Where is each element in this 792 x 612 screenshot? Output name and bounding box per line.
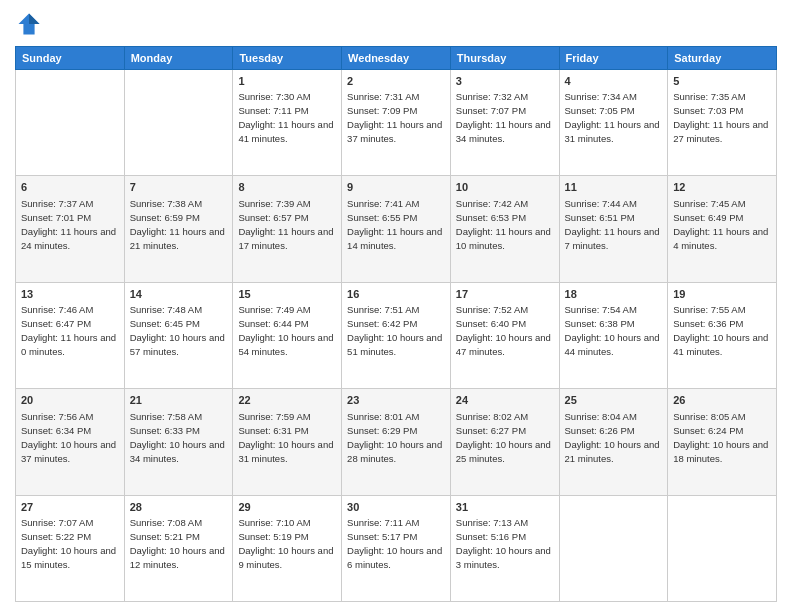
calendar-cell: 7Sunrise: 7:38 AM Sunset: 6:59 PM Daylig… xyxy=(124,176,233,282)
weekday-tuesday: Tuesday xyxy=(233,47,342,70)
day-info: Sunrise: 7:30 AM Sunset: 7:11 PM Dayligh… xyxy=(238,91,333,144)
calendar-cell: 1Sunrise: 7:30 AM Sunset: 7:11 PM Daylig… xyxy=(233,70,342,176)
day-number: 16 xyxy=(347,287,445,302)
calendar-table: SundayMondayTuesdayWednesdayThursdayFrid… xyxy=(15,46,777,602)
calendar-cell xyxy=(668,495,777,601)
day-number: 29 xyxy=(238,500,336,515)
day-number: 12 xyxy=(673,180,771,195)
day-info: Sunrise: 7:55 AM Sunset: 6:36 PM Dayligh… xyxy=(673,304,768,357)
calendar-week-1: 1Sunrise: 7:30 AM Sunset: 7:11 PM Daylig… xyxy=(16,70,777,176)
day-info: Sunrise: 7:41 AM Sunset: 6:55 PM Dayligh… xyxy=(347,198,442,251)
day-info: Sunrise: 7:56 AM Sunset: 6:34 PM Dayligh… xyxy=(21,411,116,464)
calendar-cell: 5Sunrise: 7:35 AM Sunset: 7:03 PM Daylig… xyxy=(668,70,777,176)
calendar-body: 1Sunrise: 7:30 AM Sunset: 7:11 PM Daylig… xyxy=(16,70,777,602)
calendar-cell: 2Sunrise: 7:31 AM Sunset: 7:09 PM Daylig… xyxy=(342,70,451,176)
calendar-cell: 20Sunrise: 7:56 AM Sunset: 6:34 PM Dayli… xyxy=(16,389,125,495)
calendar-cell: 14Sunrise: 7:48 AM Sunset: 6:45 PM Dayli… xyxy=(124,282,233,388)
day-info: Sunrise: 8:01 AM Sunset: 6:29 PM Dayligh… xyxy=(347,411,442,464)
day-info: Sunrise: 7:07 AM Sunset: 5:22 PM Dayligh… xyxy=(21,517,116,570)
calendar-cell: 25Sunrise: 8:04 AM Sunset: 6:26 PM Dayli… xyxy=(559,389,668,495)
day-info: Sunrise: 7:10 AM Sunset: 5:19 PM Dayligh… xyxy=(238,517,333,570)
day-number: 21 xyxy=(130,393,228,408)
day-number: 23 xyxy=(347,393,445,408)
weekday-header-row: SundayMondayTuesdayWednesdayThursdayFrid… xyxy=(16,47,777,70)
day-number: 6 xyxy=(21,180,119,195)
calendar-cell: 29Sunrise: 7:10 AM Sunset: 5:19 PM Dayli… xyxy=(233,495,342,601)
calendar-cell: 23Sunrise: 8:01 AM Sunset: 6:29 PM Dayli… xyxy=(342,389,451,495)
day-number: 14 xyxy=(130,287,228,302)
day-info: Sunrise: 7:58 AM Sunset: 6:33 PM Dayligh… xyxy=(130,411,225,464)
day-number: 31 xyxy=(456,500,554,515)
day-info: Sunrise: 8:04 AM Sunset: 6:26 PM Dayligh… xyxy=(565,411,660,464)
calendar-cell: 27Sunrise: 7:07 AM Sunset: 5:22 PM Dayli… xyxy=(16,495,125,601)
calendar-cell: 13Sunrise: 7:46 AM Sunset: 6:47 PM Dayli… xyxy=(16,282,125,388)
day-number: 8 xyxy=(238,180,336,195)
day-info: Sunrise: 7:48 AM Sunset: 6:45 PM Dayligh… xyxy=(130,304,225,357)
day-info: Sunrise: 7:44 AM Sunset: 6:51 PM Dayligh… xyxy=(565,198,660,251)
day-number: 20 xyxy=(21,393,119,408)
day-info: Sunrise: 7:13 AM Sunset: 5:16 PM Dayligh… xyxy=(456,517,551,570)
day-info: Sunrise: 7:46 AM Sunset: 6:47 PM Dayligh… xyxy=(21,304,116,357)
weekday-saturday: Saturday xyxy=(668,47,777,70)
day-info: Sunrise: 7:51 AM Sunset: 6:42 PM Dayligh… xyxy=(347,304,442,357)
day-number: 2 xyxy=(347,74,445,89)
day-number: 19 xyxy=(673,287,771,302)
calendar-cell: 26Sunrise: 8:05 AM Sunset: 6:24 PM Dayli… xyxy=(668,389,777,495)
page: SundayMondayTuesdayWednesdayThursdayFrid… xyxy=(0,0,792,612)
calendar-cell: 31Sunrise: 7:13 AM Sunset: 5:16 PM Dayli… xyxy=(450,495,559,601)
calendar-week-2: 6Sunrise: 7:37 AM Sunset: 7:01 PM Daylig… xyxy=(16,176,777,282)
calendar-cell: 19Sunrise: 7:55 AM Sunset: 6:36 PM Dayli… xyxy=(668,282,777,388)
day-number: 26 xyxy=(673,393,771,408)
calendar-cell: 18Sunrise: 7:54 AM Sunset: 6:38 PM Dayli… xyxy=(559,282,668,388)
day-info: Sunrise: 7:59 AM Sunset: 6:31 PM Dayligh… xyxy=(238,411,333,464)
day-number: 22 xyxy=(238,393,336,408)
logo xyxy=(15,10,47,38)
calendar-cell: 21Sunrise: 7:58 AM Sunset: 6:33 PM Dayli… xyxy=(124,389,233,495)
day-number: 18 xyxy=(565,287,663,302)
day-info: Sunrise: 8:02 AM Sunset: 6:27 PM Dayligh… xyxy=(456,411,551,464)
calendar-cell: 16Sunrise: 7:51 AM Sunset: 6:42 PM Dayli… xyxy=(342,282,451,388)
header xyxy=(15,10,777,38)
day-info: Sunrise: 7:49 AM Sunset: 6:44 PM Dayligh… xyxy=(238,304,333,357)
day-number: 28 xyxy=(130,500,228,515)
calendar-cell: 12Sunrise: 7:45 AM Sunset: 6:49 PM Dayli… xyxy=(668,176,777,282)
weekday-monday: Monday xyxy=(124,47,233,70)
day-number: 10 xyxy=(456,180,554,195)
calendar-week-4: 20Sunrise: 7:56 AM Sunset: 6:34 PM Dayli… xyxy=(16,389,777,495)
day-info: Sunrise: 7:54 AM Sunset: 6:38 PM Dayligh… xyxy=(565,304,660,357)
calendar-cell: 17Sunrise: 7:52 AM Sunset: 6:40 PM Dayli… xyxy=(450,282,559,388)
calendar-cell: 24Sunrise: 8:02 AM Sunset: 6:27 PM Dayli… xyxy=(450,389,559,495)
day-number: 15 xyxy=(238,287,336,302)
day-number: 5 xyxy=(673,74,771,89)
day-number: 1 xyxy=(238,74,336,89)
weekday-friday: Friday xyxy=(559,47,668,70)
day-info: Sunrise: 7:38 AM Sunset: 6:59 PM Dayligh… xyxy=(130,198,225,251)
day-info: Sunrise: 7:45 AM Sunset: 6:49 PM Dayligh… xyxy=(673,198,768,251)
day-number: 9 xyxy=(347,180,445,195)
calendar-cell: 9Sunrise: 7:41 AM Sunset: 6:55 PM Daylig… xyxy=(342,176,451,282)
day-info: Sunrise: 8:05 AM Sunset: 6:24 PM Dayligh… xyxy=(673,411,768,464)
day-info: Sunrise: 7:42 AM Sunset: 6:53 PM Dayligh… xyxy=(456,198,551,251)
day-info: Sunrise: 7:11 AM Sunset: 5:17 PM Dayligh… xyxy=(347,517,442,570)
day-info: Sunrise: 7:08 AM Sunset: 5:21 PM Dayligh… xyxy=(130,517,225,570)
calendar-cell: 11Sunrise: 7:44 AM Sunset: 6:51 PM Dayli… xyxy=(559,176,668,282)
calendar-cell: 10Sunrise: 7:42 AM Sunset: 6:53 PM Dayli… xyxy=(450,176,559,282)
calendar-cell: 8Sunrise: 7:39 AM Sunset: 6:57 PM Daylig… xyxy=(233,176,342,282)
calendar-cell xyxy=(559,495,668,601)
calendar-cell: 28Sunrise: 7:08 AM Sunset: 5:21 PM Dayli… xyxy=(124,495,233,601)
day-info: Sunrise: 7:35 AM Sunset: 7:03 PM Dayligh… xyxy=(673,91,768,144)
day-number: 27 xyxy=(21,500,119,515)
day-number: 3 xyxy=(456,74,554,89)
weekday-wednesday: Wednesday xyxy=(342,47,451,70)
weekday-thursday: Thursday xyxy=(450,47,559,70)
calendar-header: SundayMondayTuesdayWednesdayThursdayFrid… xyxy=(16,47,777,70)
calendar-cell: 3Sunrise: 7:32 AM Sunset: 7:07 PM Daylig… xyxy=(450,70,559,176)
calendar-week-3: 13Sunrise: 7:46 AM Sunset: 6:47 PM Dayli… xyxy=(16,282,777,388)
day-number: 13 xyxy=(21,287,119,302)
day-info: Sunrise: 7:32 AM Sunset: 7:07 PM Dayligh… xyxy=(456,91,551,144)
day-info: Sunrise: 7:52 AM Sunset: 6:40 PM Dayligh… xyxy=(456,304,551,357)
day-number: 4 xyxy=(565,74,663,89)
day-number: 7 xyxy=(130,180,228,195)
day-number: 25 xyxy=(565,393,663,408)
svg-marker-2 xyxy=(29,14,40,25)
